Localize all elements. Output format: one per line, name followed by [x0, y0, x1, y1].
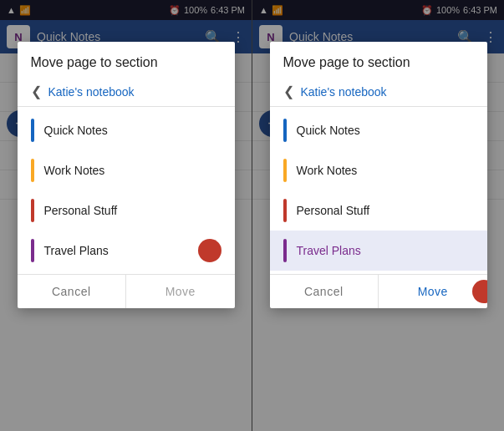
right-panel: ▲ 📶 ⏰ 100% 6:43 PM N Quick Notes 🔍 ⋮ + P… — [252, 0, 504, 431]
notebook-name-left: Katie's notebook — [48, 85, 135, 99]
dialog-nav-right[interactable]: ❮ Katie's notebook — [270, 77, 487, 107]
section-item-worknotes-right[interactable]: Work Notes — [270, 150, 487, 190]
dialog-right: Move page to section ❮ Katie's notebook … — [270, 42, 487, 308]
section-item-worknotes-left[interactable]: Work Notes — [18, 150, 235, 190]
dialog-title-right: Move page to section — [270, 42, 487, 77]
cancel-button-right[interactable]: Cancel — [270, 275, 379, 308]
move-button-left[interactable]: Move — [126, 275, 235, 308]
section-label-quicknotes-left: Quick Notes — [44, 124, 221, 137]
section-list-right: Quick Notes Work Notes Personal Stuff Tr… — [270, 107, 487, 274]
dialog-left: Move page to section ❮ Katie's notebook … — [18, 42, 235, 308]
section-item-travel-left[interactable]: Travel Plans — [18, 231, 235, 271]
notebook-name-right: Katie's notebook — [301, 85, 387, 99]
dialog-overlay-left: Move page to section ❮ Katie's notebook … — [0, 0, 252, 431]
back-arrow-left[interactable]: ❮ — [31, 84, 42, 99]
back-arrow-right[interactable]: ❮ — [283, 84, 294, 99]
section-item-personal-left[interactable]: Personal Stuff — [18, 190, 235, 231]
dialog-overlay-right: Move page to section ❮ Katie's notebook … — [252, 0, 504, 431]
color-bar-worknotes-left — [31, 159, 34, 182]
color-bar-travel-right — [283, 239, 287, 262]
color-bar-personal-right — [283, 199, 287, 222]
color-bar-quicknotes-left — [31, 119, 34, 142]
red-dot-left — [198, 239, 221, 262]
section-label-worknotes-right: Work Notes — [297, 164, 474, 177]
section-label-travel-right: Travel Plans — [297, 244, 474, 257]
dialog-nav-left[interactable]: ❮ Katie's notebook — [18, 77, 235, 107]
section-label-worknotes-left: Work Notes — [44, 164, 221, 177]
section-item-travel-right[interactable]: Travel Plans — [270, 231, 487, 271]
move-button-right[interactable]: Move — [379, 275, 487, 308]
color-bar-worknotes-right — [283, 159, 287, 182]
dialog-buttons-left: Cancel Move — [18, 274, 235, 308]
section-item-quicknotes-left[interactable]: Quick Notes — [18, 110, 235, 150]
section-label-quicknotes-right: Quick Notes — [297, 124, 474, 137]
left-panel: ▲ 📶 ⏰ 100% 6:43 PM N Quick Notes 🔍 ⋮ + P… — [0, 0, 252, 431]
move-label-right: Move — [418, 285, 448, 298]
red-dot-move-right — [472, 280, 487, 303]
cancel-button-left[interactable]: Cancel — [18, 275, 127, 308]
dialog-title-left: Move page to section — [18, 42, 235, 77]
section-item-personal-right[interactable]: Personal Stuff — [270, 190, 487, 231]
section-label-personal-right: Personal Stuff — [297, 204, 474, 217]
color-bar-travel-left — [31, 239, 34, 262]
color-bar-quicknotes-right — [283, 119, 287, 142]
section-label-travel-left: Travel Plans — [44, 244, 188, 257]
section-item-quicknotes-right[interactable]: Quick Notes — [270, 110, 487, 150]
dialog-buttons-right: Cancel Move — [270, 274, 487, 308]
section-label-personal-left: Personal Stuff — [44, 204, 221, 217]
section-list-left: Quick Notes Work Notes Personal Stuff Tr… — [18, 107, 235, 274]
color-bar-personal-left — [31, 199, 34, 222]
